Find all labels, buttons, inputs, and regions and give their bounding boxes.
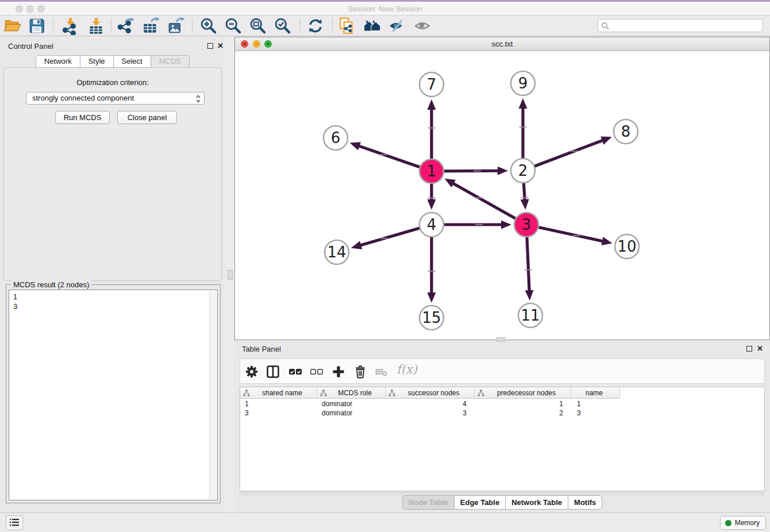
zoom-selected-icon[interactable] <box>274 17 292 35</box>
table-header-row: shared nameMCDS rolesuccessor nodesprede… <box>240 387 620 399</box>
toolbar-separator <box>300 18 301 33</box>
graph-edge-arrowhead <box>428 99 436 110</box>
refresh-icon[interactable] <box>306 17 325 35</box>
save-session-icon[interactable] <box>28 17 46 35</box>
graph-edge-label <box>475 197 483 198</box>
graph-node-label: 8 <box>621 123 631 140</box>
settings-gear-icon[interactable] <box>245 365 259 379</box>
import-network-icon[interactable] <box>61 17 79 35</box>
export-network-icon[interactable] <box>117 17 135 35</box>
import-table-icon[interactable] <box>87 17 105 35</box>
run-mcds-button[interactable]: Run MCDS <box>55 111 110 124</box>
table-cell: 1 <box>571 399 620 408</box>
tab-style[interactable]: Style <box>80 55 114 68</box>
graph-edge-arrowhead <box>501 221 511 229</box>
column-header-name[interactable]: name <box>571 387 620 399</box>
network-canvas[interactable]: 7968124314101511 <box>235 51 769 340</box>
delete-table-icon <box>375 365 388 379</box>
optimization-criterion-label: Optimization criterion: <box>4 78 221 87</box>
tab-node-table[interactable]: Node Table <box>402 495 455 510</box>
graph-edge-label <box>428 197 436 198</box>
search-input[interactable] <box>598 19 763 32</box>
task-history-button[interactable] <box>6 515 23 530</box>
toolbar-separator <box>53 18 53 33</box>
graph-edge-label <box>571 151 578 152</box>
add-column-icon[interactable] <box>332 365 345 379</box>
column-header-successor-nodes[interactable]: successor nodes <box>386 387 475 399</box>
control-panel-close-button[interactable]: ✕ <box>217 43 224 49</box>
export-table-icon[interactable] <box>141 17 160 35</box>
mcds-result-box[interactable]: 1 3 <box>9 290 218 500</box>
tab-select[interactable]: Select <box>113 55 151 68</box>
tab-network[interactable]: Network <box>36 55 80 68</box>
graph-edge-2-8[interactable] <box>523 140 605 171</box>
column-header-predecessor-nodes[interactable]: predecessor nodes <box>475 387 571 399</box>
table-panel: Table Panel ✕ <box>234 340 770 512</box>
tab-mcds[interactable]: MCDS <box>151 55 190 68</box>
graph-node-label: 6 <box>331 129 341 147</box>
zoom-fit-icon[interactable] <box>249 17 267 35</box>
zoom-out-icon[interactable] <box>224 17 242 35</box>
select-stepper-icon <box>195 94 201 103</box>
graph-node-label: 4 <box>427 216 437 233</box>
graph-edge-arrowhead <box>498 167 508 175</box>
column-header-label: name <box>571 389 619 397</box>
close-panel-button[interactable]: Close panel <box>117 111 177 124</box>
table-cell: dominator <box>317 399 386 408</box>
tab-network-table[interactable]: Network Table <box>505 495 568 510</box>
houses-icon[interactable] <box>363 17 382 35</box>
deselect-all-icon[interactable] <box>310 365 324 379</box>
split-columns-icon[interactable] <box>266 365 280 379</box>
memory-button[interactable]: Memory <box>720 516 766 530</box>
tab-edge-table[interactable]: Edge Table <box>454 495 506 510</box>
graph-edge-label <box>521 197 529 198</box>
network-window-titlebar[interactable]: ✕ − + scc.txt <box>235 37 769 51</box>
status-bar: Memory <box>0 512 770 532</box>
column-header-MCDS-role[interactable]: MCDS role <box>317 387 386 399</box>
graph-edge-arrowhead <box>428 292 436 303</box>
toolbar-separator <box>192 18 192 33</box>
graph-edge-label <box>380 238 388 239</box>
column-header-label: shared name <box>250 389 317 397</box>
hierarchy-icon <box>243 390 250 396</box>
optimization-criterion-select[interactable]: strongly connected component <box>26 92 205 105</box>
column-header-label: predecessor nodes <box>484 389 571 397</box>
open-session-icon[interactable] <box>3 17 22 35</box>
optimization-criterion-value: strongly connected component <box>32 94 134 102</box>
search-icon <box>601 22 610 30</box>
hierarchy-icon <box>320 390 327 396</box>
mcds-result-scrollbar[interactable] <box>209 291 217 499</box>
graph-edge-label <box>428 127 436 128</box>
mcds-result-group: MCDS result (2 nodes) 1 3 <box>6 284 221 503</box>
show-eye-icon[interactable] <box>414 17 432 35</box>
graph-node-label: 10 <box>617 238 636 255</box>
control-panel-tabs: Network Style Select MCDS <box>0 55 225 68</box>
tab-motifs[interactable]: Motifs <box>568 495 602 510</box>
control-panel-float-button[interactable] <box>207 43 213 49</box>
hierarchy-icon <box>388 390 395 396</box>
mcds-result-title: MCDS result (2 nodes) <box>11 280 91 289</box>
control-panel-title: Control Panel <box>8 42 53 51</box>
table-row-2[interactable]: 3dominator323 <box>240 408 620 418</box>
export-image-icon[interactable] <box>167 17 185 35</box>
delete-column-icon[interactable] <box>353 365 367 379</box>
zoom-in-icon[interactable] <box>199 17 218 35</box>
graph-edge-arrowhead <box>525 290 534 300</box>
table-cell: 4 <box>386 399 475 408</box>
control-panel: Control Panel ✕ Network Style Select MCD… <box>0 36 225 512</box>
hide-eye-icon[interactable] <box>388 17 406 35</box>
select-all-icon[interactable] <box>288 365 302 379</box>
column-header-label: MCDS role <box>327 389 385 397</box>
graph-edge-label <box>475 224 483 225</box>
graph-edge-arrowhead <box>519 98 528 109</box>
vertical-splitter-handle[interactable] <box>228 270 233 280</box>
application-window: Session: New Session <box>0 0 770 532</box>
table-row-1[interactable]: 1dominator411 <box>240 399 620 408</box>
clone-network-icon[interactable] <box>338 17 356 35</box>
table-panel-close-button[interactable]: ✕ <box>757 346 763 352</box>
memory-label: Memory <box>735 519 760 527</box>
graph-edge-3-1[interactable] <box>452 183 526 225</box>
column-header-shared-name[interactable]: shared name <box>240 387 317 399</box>
horizontal-splitter-handle[interactable] <box>496 337 505 342</box>
table-panel-float-button[interactable] <box>746 346 752 352</box>
